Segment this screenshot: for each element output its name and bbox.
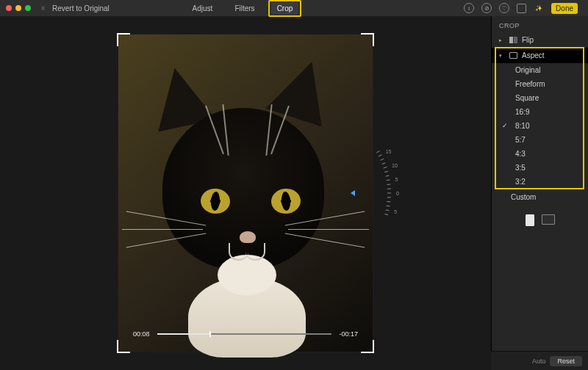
auto-button[interactable]: Auto (532, 358, 546, 365)
subject-art (240, 231, 256, 243)
aspect-option-custom[interactable]: Custom (492, 189, 588, 206)
aspect-option[interactable]: 16:9 (511, 105, 588, 119)
crop-canvas[interactable]: 00:08 -00:17 1510505 (0, 16, 491, 370)
aspect-option[interactable]: 4:3 (511, 147, 588, 161)
svg-text:5: 5 (395, 177, 398, 182)
aspect-option[interactable]: Freeform (511, 77, 588, 91)
flip-label: Flip (522, 36, 534, 44)
svg-line-7 (387, 180, 390, 181)
minimize-window-button[interactable] (15, 5, 21, 11)
editor-main: 00:08 -00:17 1510505 CROP ▸ Flip (0, 16, 588, 370)
aspect-option[interactable]: 3:2 (511, 175, 588, 189)
aspect-option[interactable]: 3:5 (511, 161, 588, 175)
svg-line-5 (384, 171, 388, 172)
toolbar-right: i ⊘ ♡ ✨ Done (464, 3, 578, 14)
svg-line-15 (384, 214, 388, 214)
close-window-button[interactable] (6, 5, 12, 11)
aspect-option[interactable]: Original (511, 63, 588, 77)
svg-line-14 (386, 210, 390, 211)
aspect-option[interactable]: 8:10 (511, 119, 588, 133)
remaining-time: -00:17 (339, 330, 358, 338)
block-icon[interactable]: ⊘ (481, 3, 492, 13)
tab-filters[interactable]: Filters (229, 2, 260, 15)
flip-icon (509, 37, 517, 43)
crop-sidebar: CROP ▸ Flip ▾ Aspect OriginalFreeformSqu… (491, 16, 588, 370)
sidebar-footer: Auto Reset (491, 351, 588, 370)
zoom-indicator[interactable]: ⌗ (41, 4, 45, 12)
fullscreen-window-button[interactable] (25, 5, 31, 11)
chevron-down-icon: ▾ (499, 53, 505, 59)
scrubber-thumb[interactable] (209, 331, 211, 337)
orientation-landscape-button[interactable] (542, 214, 555, 225)
crop-handle-bottom-left[interactable] (117, 340, 130, 353)
svg-text:15: 15 (386, 149, 392, 154)
aspect-label: Aspect (522, 51, 545, 59)
sidebar-title: CROP (492, 16, 588, 32)
edit-mode-tabs: Adjust Filters Crop (187, 2, 299, 15)
crop-handle-top-left[interactable] (117, 33, 130, 46)
flip-row[interactable]: ▸ Flip (492, 32, 588, 48)
aspect-option[interactable]: Square (511, 91, 588, 105)
aspect-icon (509, 52, 517, 59)
svg-text:10: 10 (392, 163, 398, 168)
video-frame[interactable]: 00:08 -00:17 1510505 (118, 35, 373, 352)
reset-button[interactable]: Reset (550, 356, 582, 366)
subject-art (288, 229, 369, 230)
svg-line-8 (387, 184, 390, 185)
straighten-dial[interactable]: 1510505 (351, 131, 395, 255)
aspect-option[interactable]: 5:7 (511, 133, 588, 147)
svg-line-2 (380, 159, 384, 160)
orientation-toggle (492, 206, 588, 226)
favorite-icon[interactable]: ♡ (499, 3, 509, 13)
done-button[interactable]: Done (551, 3, 578, 14)
subject-art (229, 243, 265, 265)
tab-crop[interactable]: Crop (271, 2, 299, 15)
orientation-portrait-button[interactable] (526, 214, 534, 226)
svg-line-1 (379, 155, 381, 156)
rotate-icon[interactable] (517, 4, 526, 13)
crop-handle-top-right[interactable] (361, 33, 374, 46)
svg-line-13 (387, 206, 390, 206)
window-titlebar: ⌗ Revert to Original Adjust Filters Crop… (0, 0, 588, 16)
svg-line-3 (382, 163, 386, 164)
video-scrubber[interactable]: 00:08 -00:17 (133, 327, 358, 341)
elapsed-time: 00:08 (133, 330, 150, 338)
grid-icon: ⌗ (41, 4, 45, 12)
svg-line-4 (384, 167, 387, 168)
revert-to-original-button[interactable]: Revert to Original (52, 4, 110, 12)
scrubber-progress (157, 333, 209, 335)
window-controls (6, 5, 31, 11)
dial-indicator-icon (351, 190, 355, 196)
svg-text:0: 0 (396, 191, 399, 196)
subject-art (122, 229, 203, 230)
enhance-icon[interactable]: ✨ (534, 3, 544, 13)
info-icon[interactable]: i (464, 3, 474, 13)
crop-handle-bottom-right[interactable] (361, 340, 374, 353)
chevron-right-icon: ▸ (499, 37, 505, 43)
aspect-options: OriginalFreeformSquare16:98:105:74:33:53… (492, 63, 588, 189)
svg-line-0 (376, 151, 379, 153)
svg-line-12 (387, 201, 390, 202)
svg-line-6 (386, 175, 390, 176)
aspect-row[interactable]: ▾ Aspect (492, 48, 588, 63)
tab-adjust[interactable]: Adjust (187, 2, 219, 15)
svg-text:5: 5 (394, 209, 397, 214)
scrubber-track[interactable] (157, 333, 332, 335)
